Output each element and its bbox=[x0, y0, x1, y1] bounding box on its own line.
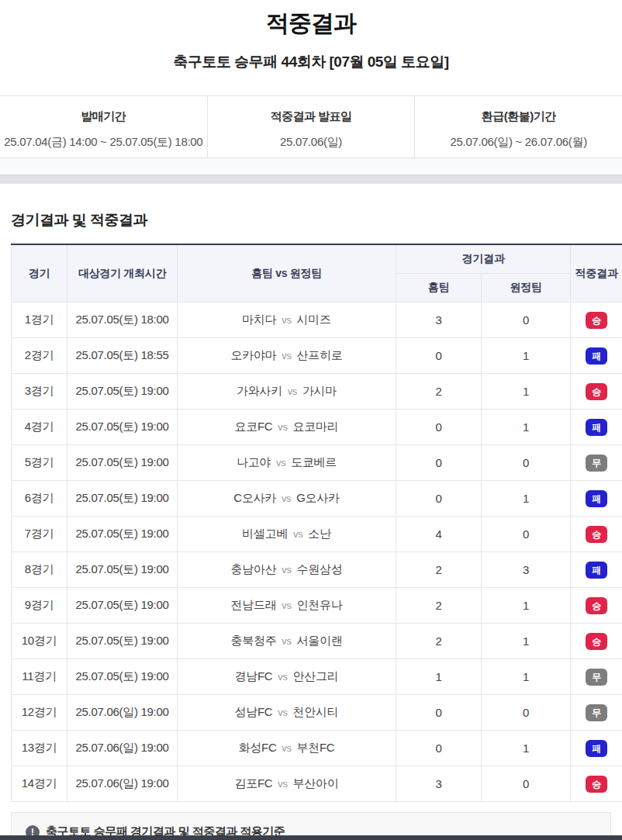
match-datetime-cell: 25.07.05(토) 19:00 bbox=[67, 624, 178, 659]
hit-result-cell: 승 bbox=[571, 766, 622, 802]
home-score-cell: 2 bbox=[396, 374, 482, 410]
result-badge-lose: 패 bbox=[586, 562, 607, 579]
match-teams-cell: C오사카 vs G오사카 bbox=[178, 481, 396, 517]
home-score-cell: 0 bbox=[396, 338, 482, 374]
away-team-name: 수원삼성 bbox=[297, 562, 343, 576]
game-number-cell: 12경기 bbox=[12, 695, 67, 731]
hit-result-cell: 무 bbox=[571, 659, 622, 695]
hit-result-cell: 승 bbox=[571, 517, 622, 552]
game-number-cell: 9경기 bbox=[12, 588, 67, 624]
section-spacer bbox=[0, 158, 622, 175]
away-score-cell: 1 bbox=[482, 624, 571, 659]
game-number-cell: 7경기 bbox=[12, 517, 67, 552]
match-datetime-cell: 25.07.05(토) 19:00 bbox=[67, 659, 178, 695]
away-team-name: 도쿄베르 bbox=[291, 455, 337, 468]
home-score-cell: 0 bbox=[396, 481, 482, 517]
footer-edge-bar bbox=[0, 835, 622, 840]
match-teams-cell: 충남아산 vs 수원삼성 bbox=[178, 552, 396, 588]
home-team-name: 가와사키 bbox=[237, 384, 282, 397]
home-score-cell: 4 bbox=[396, 517, 482, 552]
home-score-cell: 3 bbox=[396, 302, 482, 338]
info-label: 환급(환불)기간 bbox=[415, 109, 622, 124]
table-row: 5경기25.07.05(토) 19:00나고야 vs 도쿄베르00무 bbox=[12, 445, 622, 481]
match-teams-cell: 가와사키 vs 가시마 bbox=[178, 374, 396, 410]
home-score-cell: 0 bbox=[396, 445, 482, 481]
col-header-match: 홈팀 vs 원정팀 bbox=[178, 244, 396, 302]
game-number-cell: 6경기 bbox=[12, 481, 67, 517]
col-header-away-score: 원정팀 bbox=[482, 274, 571, 302]
home-team-name: 화성FC bbox=[239, 741, 277, 754]
match-datetime-cell: 25.07.05(토) 19:00 bbox=[67, 374, 178, 410]
match-datetime-cell: 25.07.05(토) 19:00 bbox=[67, 445, 178, 481]
info-item-refund-period: 환급(환불)기간 25.07.06(일) ~ 26.07.06(월) bbox=[414, 96, 622, 157]
home-score-cell: 2 bbox=[396, 588, 482, 624]
away-score-cell: 1 bbox=[482, 481, 571, 517]
game-number-cell: 10경기 bbox=[12, 624, 67, 659]
info-value: 25.07.06(일) ~ 26.07.06(월) bbox=[415, 135, 622, 150]
vs-label: vs bbox=[279, 564, 293, 576]
home-team-name: 충북청주 bbox=[231, 634, 277, 647]
table-row: 6경기25.07.05(토) 19:00C오사카 vs G오사카01패 bbox=[12, 481, 622, 517]
page-header: 적중결과 축구토토 승무패 44회차 [07월 05일 토요일] bbox=[0, 0, 622, 72]
away-score-cell: 1 bbox=[482, 410, 571, 445]
table-row: 2경기25.07.05(토) 18:55오카야마 vs 산프히로01패 bbox=[12, 338, 622, 374]
away-team-name: 부천FC bbox=[297, 741, 335, 754]
table-row: 3경기25.07.05(토) 19:00가와사키 vs 가시마21승 bbox=[12, 374, 622, 410]
away-score-cell: 1 bbox=[482, 659, 571, 695]
home-team-name: 오카야마 bbox=[231, 348, 277, 361]
away-team-name: 부산아이 bbox=[293, 776, 339, 790]
match-datetime-cell: 25.07.05(토) 18:00 bbox=[67, 302, 178, 338]
game-number-cell: 2경기 bbox=[12, 338, 67, 374]
home-team-name: 비셀고베 bbox=[242, 527, 288, 540]
match-datetime-cell: 25.07.06(일) 19:00 bbox=[67, 731, 178, 766]
home-team-name: 전남드래 bbox=[231, 598, 277, 611]
section-divider bbox=[0, 175, 622, 184]
match-datetime-cell: 25.07.05(토) 19:00 bbox=[67, 588, 178, 624]
col-header-result-group: 경기결과 bbox=[396, 244, 571, 274]
match-datetime-cell: 25.07.06(일) 19:00 bbox=[67, 695, 178, 731]
info-value: 25.07.04(금) 14:00 ~ 25.07.05(토) 18:00 bbox=[0, 135, 207, 150]
home-score-cell: 2 bbox=[396, 624, 482, 659]
away-score-cell: 1 bbox=[482, 374, 571, 410]
table-row: 14경기25.07.06(일) 19:00김포FC vs 부산아이30승 bbox=[12, 766, 622, 802]
vs-label: vs bbox=[279, 742, 293, 754]
hit-result-cell: 무 bbox=[571, 445, 622, 481]
vs-label: vs bbox=[279, 350, 293, 361]
vs-label: vs bbox=[279, 600, 293, 611]
hit-result-cell: 패 bbox=[571, 338, 622, 374]
away-team-name: 시미즈 bbox=[297, 313, 331, 326]
table-row: 13경기25.07.06(일) 19:00화성FC vs 부천FC01패 bbox=[12, 731, 622, 766]
hit-result-cell: 패 bbox=[571, 410, 622, 445]
vs-label: vs bbox=[275, 421, 289, 433]
away-team-name: 요코마리 bbox=[293, 420, 339, 433]
vs-label: vs bbox=[285, 385, 299, 397]
match-teams-cell: 김포FC vs 부산아이 bbox=[178, 766, 396, 802]
result-badge-win: 승 bbox=[586, 526, 607, 543]
match-teams-cell: 성남FC vs 천안시티 bbox=[178, 695, 396, 731]
match-datetime-cell: 25.07.06(일) 19:00 bbox=[67, 766, 178, 802]
match-datetime-cell: 25.07.05(토) 19:00 bbox=[67, 517, 178, 552]
hit-result-cell: 패 bbox=[571, 481, 622, 517]
match-datetime-cell: 25.07.05(토) 19:00 bbox=[67, 481, 178, 517]
home-score-cell: 1 bbox=[396, 659, 482, 695]
hit-result-cell: 승 bbox=[571, 624, 622, 659]
result-badge-lose: 패 bbox=[586, 740, 607, 757]
match-teams-cell: 화성FC vs 부천FC bbox=[178, 731, 396, 766]
hit-result-cell: 무 bbox=[571, 695, 622, 731]
away-team-name: 천안시티 bbox=[293, 705, 339, 718]
results-section-title: 경기결과 및 적중결과 bbox=[11, 210, 622, 230]
home-score-cell: 3 bbox=[396, 766, 482, 802]
away-score-cell: 0 bbox=[482, 695, 571, 731]
result-badge-draw: 무 bbox=[586, 669, 607, 686]
result-badge-lose: 패 bbox=[586, 419, 607, 436]
col-header-datetime: 대상경기 개최시간 bbox=[67, 244, 178, 302]
away-score-cell: 0 bbox=[482, 766, 571, 802]
match-teams-cell: 오카야마 vs 산프히로 bbox=[178, 338, 396, 374]
info-value: 25.07.06(일) bbox=[208, 135, 415, 150]
result-badge-win: 승 bbox=[586, 597, 607, 614]
game-number-cell: 14경기 bbox=[12, 766, 67, 802]
vs-label: vs bbox=[291, 528, 305, 540]
away-team-name: 산프히로 bbox=[297, 348, 343, 361]
home-team-name: 경남FC bbox=[235, 669, 273, 683]
result-badge-draw: 무 bbox=[586, 455, 607, 472]
